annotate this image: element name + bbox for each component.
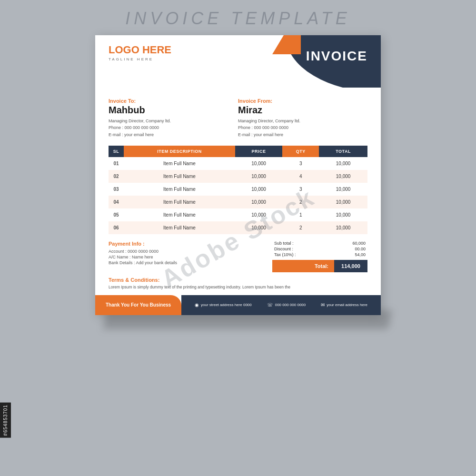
cell-qty: 3	[282, 157, 319, 170]
cell-price: 10,000	[235, 221, 282, 234]
cell-qty: 1	[282, 208, 319, 221]
table-row: 05 Item Full Name 10,000 1 10,000	[109, 208, 367, 221]
cell-sl: 01	[109, 157, 124, 170]
payment-title: Payment Info :	[109, 241, 268, 247]
bill-from-label: Invoice From:	[238, 98, 367, 104]
bottom-section: Payment Info : Account : 0000 0000 0000 …	[109, 241, 367, 272]
bill-section: Invoice To: Mahbub Managing Director, Co…	[95, 88, 381, 146]
page-title: INVOICE TEMPLATE	[125, 9, 350, 29]
footer-right: ◉ your street address here 0000 ☏ 000 00…	[181, 295, 381, 315]
invoice-footer: Thank You For You Business ◉ your street…	[95, 295, 381, 315]
cell-description: Item Full Name	[124, 221, 235, 234]
cell-sl: 03	[109, 183, 124, 196]
table-body: 01 Item Full Name 10,000 3 10,000 02 Ite…	[109, 157, 367, 234]
table-row: 01 Item Full Name 10,000 3 10,000	[109, 157, 367, 170]
total-value: 114,000	[334, 260, 367, 272]
payment-bank: Bank Details : Add your bank details	[109, 260, 268, 265]
subtotal-row: Sub total : 60,000	[272, 241, 367, 246]
cell-qty: 3	[282, 183, 319, 196]
logo-tagline: TAGLINE HERE	[109, 57, 171, 61]
cell-total: 10,000	[319, 196, 367, 208]
cell-sl: 06	[109, 221, 124, 234]
cell-description: Item Full Name	[124, 170, 235, 183]
totals-area: Sub total : 60,000 Discount : 00.00 Tax …	[272, 241, 367, 272]
terms-text: Lorem Ipsum is simply dummy text of the …	[109, 284, 367, 290]
bill-to-col: Invoice To: Mahbub Managing Director, Co…	[109, 98, 238, 138]
cell-total: 10,000	[319, 170, 367, 183]
bill-to-name: Mahbub	[109, 105, 238, 116]
cell-description: Item Full Name	[124, 183, 235, 196]
footer-address: ◉ your street address here 0000	[195, 302, 252, 307]
header-orange-accent	[272, 35, 301, 54]
footer-email: ✉ your email address here	[321, 302, 367, 307]
cell-total: 10,000	[319, 183, 367, 196]
tax-row: Tax (10%) : 54,00	[272, 252, 367, 257]
cell-price: 10,000	[235, 170, 282, 183]
cell-qty: 2	[282, 221, 319, 234]
footer-phone: ☏ 000 000 000 0000	[267, 302, 306, 307]
cell-description: Item Full Name	[124, 208, 235, 221]
cell-sl: 04	[109, 196, 124, 208]
table-row: 02 Item Full Name 10,000 4 10,000	[109, 170, 367, 183]
discount-row: Discount : 00.00	[272, 247, 367, 251]
col-sl: SL	[109, 146, 124, 157]
cell-price: 10,000	[235, 157, 282, 170]
bill-from-info: Managing Director, Company ltd. Phone : …	[238, 118, 367, 138]
location-icon: ◉	[195, 302, 199, 307]
logo-area: LOGO HERE TAGLINE HERE	[109, 44, 171, 61]
bill-to-info: Managing Director, Company ltd. Phone : …	[109, 118, 238, 138]
invoice-header: LOGO HERE TAGLINE HERE INVOICE	[95, 35, 381, 88]
cell-description: Item Full Name	[124, 196, 235, 208]
col-price: PRICE	[235, 146, 282, 157]
cell-total: 10,000	[319, 208, 367, 221]
table-header-row: SL ITEM DESCRIPTION PRICE QTY TOTAL	[109, 146, 367, 157]
logo-text: LOGO HERE	[109, 44, 171, 56]
invoice-card: LOGO HERE TAGLINE HERE INVOICE Invoice T…	[95, 35, 381, 315]
cell-qty: 4	[282, 170, 319, 183]
cell-total: 10,000	[319, 221, 367, 234]
cell-qty: 2	[282, 196, 319, 208]
col-qty: QTY	[282, 146, 319, 157]
terms-title: Terms & Conditions:	[109, 277, 367, 283]
cell-sl: 02	[109, 170, 124, 183]
phone-icon: ☏	[267, 302, 273, 307]
invoice-shadow: LOGO HERE TAGLINE HERE INVOICE Invoice T…	[95, 35, 381, 315]
table-row: 06 Item Full Name 10,000 2 10,000	[109, 221, 367, 234]
email-icon: ✉	[321, 302, 325, 307]
cell-description: Item Full Name	[124, 157, 235, 170]
table-row: 04 Item Full Name 10,000 2 10,000	[109, 196, 367, 208]
cell-price: 10,000	[235, 196, 282, 208]
payment-ac-name: A/C Name : Name here	[109, 255, 268, 259]
invoice-table: SL ITEM DESCRIPTION PRICE QTY TOTAL 01 I…	[109, 146, 367, 234]
bill-to-label: Invoice To:	[109, 98, 238, 104]
payment-account: Account : 0000 0000 0000	[109, 249, 268, 254]
invoice-title: INVOICE	[306, 49, 367, 64]
table-row: 03 Item Full Name 10,000 3 10,000	[109, 183, 367, 196]
adobe-stock-label: #654853701	[0, 403, 11, 438]
cell-total: 10,000	[319, 157, 367, 170]
cell-price: 10,000	[235, 208, 282, 221]
footer-thank-you: Thank You For You Business	[95, 295, 181, 315]
payment-info: Payment Info : Account : 0000 0000 0000 …	[109, 241, 268, 266]
total-label: Total:	[272, 260, 334, 272]
bill-from-col: Invoice From: Miraz Managing Director, C…	[238, 98, 367, 138]
col-description: ITEM DESCRIPTION	[124, 146, 235, 157]
bill-from-name: Miraz	[238, 105, 367, 116]
terms-section: Terms & Conditions: Lorem Ipsum is simpl…	[109, 277, 367, 290]
total-final-row: Total: 114,000	[272, 260, 367, 272]
cell-price: 10,000	[235, 183, 282, 196]
cell-sl: 05	[109, 208, 124, 221]
col-total: TOTAL	[319, 146, 367, 157]
